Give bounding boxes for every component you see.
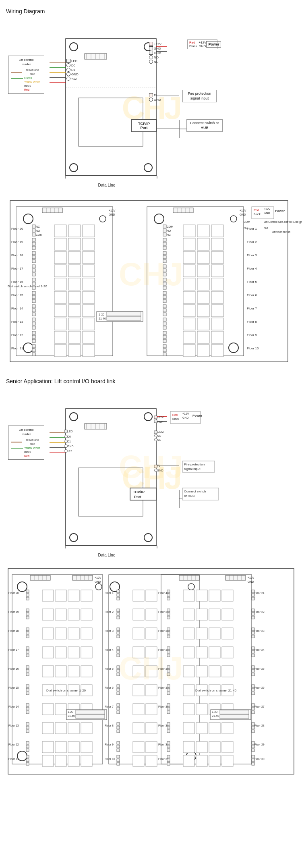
- svg-text:Floor 16: Floor 16: [8, 667, 19, 670]
- svg-rect-122: [83, 291, 95, 303]
- senior-wiring-diagram: CHJ: [6, 389, 296, 567]
- svg-rect-106: [32, 269, 35, 272]
- svg-rect-428: [117, 597, 120, 600]
- svg-rect-467: [117, 745, 120, 748]
- svg-rect-134: [83, 318, 95, 330]
- svg-rect-364: [26, 613, 29, 615]
- svg-text:Floor 4: Floor 4: [105, 648, 114, 651]
- svg-rect-137: [32, 339, 35, 343]
- svg-text:Floor 11: Floor 11: [11, 347, 23, 350]
- svg-rect-584: [220, 710, 249, 714]
- terminal-LED: LED: [66, 59, 79, 63]
- svg-rect-391: [26, 685, 29, 687]
- svg-rect-369: [81, 609, 92, 620]
- svg-rect-431: [117, 609, 120, 612]
- svg-rect-182: [163, 299, 166, 303]
- svg-rect-407: [26, 730, 29, 733]
- svg-rect-415: [42, 741, 54, 753]
- svg-rect-514: [183, 685, 194, 696]
- svg-rect-559: [252, 669, 254, 672]
- svg-rect-362: [81, 590, 92, 601]
- svg-text:COM: COM: [244, 220, 250, 223]
- svg-rect-466: [117, 741, 120, 744]
- svg-rect-388: [55, 666, 66, 677]
- svg-rect-160: [197, 238, 209, 250]
- svg-rect-585: [220, 714, 249, 718]
- svg-rect-465: [146, 723, 157, 734]
- svg-rect-400: [26, 711, 29, 714]
- svg-rect-374: [55, 628, 66, 639]
- senior-floor-svg: +12V GND +12V GND Floor 20 Floor 19 Floo…: [6, 567, 296, 776]
- svg-text:Floor 24: Floor 24: [254, 648, 265, 651]
- svg-rect-124: [32, 309, 35, 312]
- svg-rect-126: [54, 305, 66, 317]
- svg-rect-157: [163, 242, 166, 245]
- svg-rect-522: [196, 704, 207, 715]
- svg-text:1-20: 1-20: [99, 313, 104, 316]
- svg-text:GND: GND: [248, 580, 254, 583]
- svg-rect-537: [209, 741, 220, 753]
- svg-rect-488: [209, 609, 220, 620]
- svg-rect-181: [163, 295, 166, 299]
- svg-rect-173: [211, 265, 223, 277]
- svg-rect-91: [68, 225, 81, 237]
- svg-rect-144: [54, 345, 66, 357]
- terminal-GND-right: GND: [149, 46, 161, 50]
- wire-brown: brown and blue: [11, 68, 41, 76]
- svg-rect-437: [117, 631, 120, 634]
- svg-rect-376: [81, 628, 92, 639]
- svg-rect-548: [252, 597, 254, 600]
- svg-rect-161: [211, 238, 223, 250]
- svg-text:Floor 28: Floor 28: [254, 724, 265, 727]
- svg-rect-107: [32, 273, 35, 276]
- svg-rect-382: [68, 647, 79, 658]
- svg-point-221: [144, 534, 152, 542]
- svg-rect-197: [211, 318, 223, 330]
- svg-rect-190: [197, 305, 209, 317]
- svg-rect-162: [163, 251, 166, 255]
- svg-rect-154: [197, 225, 209, 237]
- svg-rect-424: [68, 755, 79, 766]
- svg-rect-114: [54, 278, 66, 290]
- svg-rect-94: [32, 242, 35, 245]
- svg-rect-385: [26, 669, 29, 672]
- svg-text:Floor 26: Floor 26: [254, 686, 265, 689]
- svg-rect-432: [117, 613, 120, 615]
- svg-point-43: [99, 216, 106, 222]
- svg-text:Floor 29: Floor 29: [254, 743, 265, 746]
- senior-lift-reader-box: Lift controlreader brown and blue Yellow…: [8, 426, 44, 460]
- svg-rect-361: [68, 590, 79, 601]
- svg-rect-143: [32, 353, 35, 356]
- svg-rect-417: [68, 741, 79, 753]
- svg-rect-543: [196, 755, 207, 766]
- svg-rect-580: [76, 714, 105, 718]
- svg-rect-480: [196, 590, 207, 601]
- svg-rect-213: [107, 312, 141, 316]
- svg-rect-521: [183, 704, 194, 715]
- svg-text:Floor 5: Floor 5: [247, 280, 257, 284]
- svg-rect-286: [30, 575, 50, 580]
- senior-floor-section: +12V GND +12V GND Floor 20 Floor 19 Floo…: [6, 567, 296, 776]
- senior-wire-black: Black: [11, 450, 41, 454]
- section1-title: Wiring Diagram: [6, 8, 296, 15]
- svg-text:COM: COM: [36, 233, 43, 236]
- power-label: Power: [206, 41, 221, 48]
- svg-text:Floor 1: Floor 1: [105, 592, 114, 594]
- svg-rect-142: [32, 349, 35, 352]
- svg-rect-567: [252, 723, 254, 725]
- terminal-12V-left: +12: [66, 77, 79, 81]
- svg-rect-476: [167, 590, 170, 593]
- svg-rect-419: [26, 755, 29, 758]
- svg-text:Floor 6: Floor 6: [105, 686, 114, 689]
- svg-rect-462: [117, 726, 120, 729]
- svg-rect-296: [179, 575, 199, 580]
- svg-rect-97: [68, 238, 81, 250]
- svg-text:GND: GND: [182, 416, 189, 419]
- svg-text:1-20: 1-20: [68, 710, 73, 713]
- svg-rect-139: [68, 331, 81, 343]
- svg-text:Floor 20: Floor 20: [11, 227, 23, 230]
- svg-text:Power: Power: [275, 209, 285, 213]
- svg-rect-418: [81, 741, 92, 753]
- svg-rect-556: [252, 650, 254, 653]
- svg-rect-378: [26, 650, 29, 653]
